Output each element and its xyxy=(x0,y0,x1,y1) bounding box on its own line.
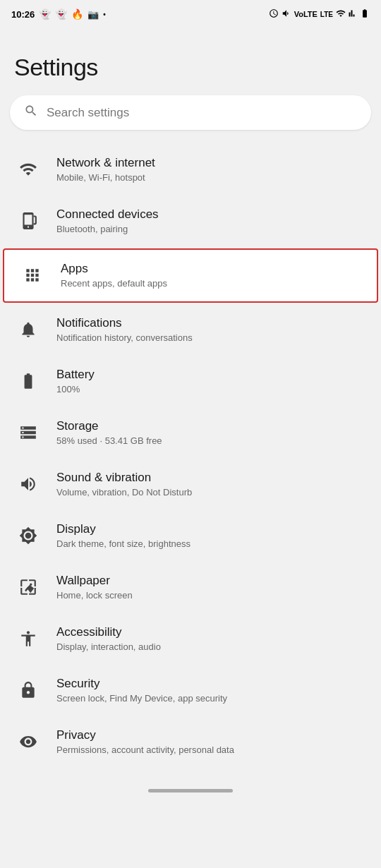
item-title-storage: Storage xyxy=(56,418,367,434)
item-title-display: Display xyxy=(56,522,367,537)
lte-icon: LTE xyxy=(320,11,333,18)
settings-item-wallpaper[interactable]: Wallpaper Home, lock screen xyxy=(0,562,381,613)
item-subtitle-apps: Recent apps, default apps xyxy=(61,278,363,290)
item-title-accessibility: Accessibility xyxy=(56,625,367,640)
bottom-bar xyxy=(0,782,381,797)
item-text-battery: Battery 100% xyxy=(56,367,367,396)
tinder-icon: 🔥 xyxy=(71,8,83,20)
settings-item-accessibility[interactable]: Accessibility Display, interaction, audi… xyxy=(0,613,381,665)
item-subtitle-notifications: Notification history, conversations xyxy=(56,332,367,344)
item-title-privacy: Privacy xyxy=(56,728,367,743)
item-title-wallpaper: Wallpaper xyxy=(56,573,367,589)
security-icon xyxy=(14,676,42,704)
item-text-storage: Storage 58% used · 53.41 GB free xyxy=(56,418,367,447)
instagram-icon: 📷 xyxy=(87,9,99,20)
wifi-icon xyxy=(336,8,346,20)
settings-item-privacy[interactable]: Privacy Permissions, account activity, p… xyxy=(0,716,381,768)
settings-item-apps[interactable]: Apps Recent apps, default apps xyxy=(3,248,378,303)
item-title-apps: Apps xyxy=(61,261,363,277)
item-title-battery: Battery xyxy=(56,367,367,382)
item-text-accessibility: Accessibility Display, interaction, audi… xyxy=(56,625,367,653)
settings-item-connected[interactable]: Connected devices Bluetooth, pairing xyxy=(0,195,381,247)
item-title-sound: Sound & vibration xyxy=(56,470,367,486)
item-title-security: Security xyxy=(56,676,367,692)
storage-icon xyxy=(14,418,42,447)
item-text-security: Security Screen lock, Find My Device, ap… xyxy=(56,676,367,705)
settings-item-notifications[interactable]: Notifications Notification history, conv… xyxy=(0,304,381,356)
item-title-connected: Connected devices xyxy=(56,207,367,222)
dot-icon: • xyxy=(103,11,106,18)
item-subtitle-privacy: Permissions, account activity, personal … xyxy=(56,745,367,757)
page-title: Settings xyxy=(14,54,367,81)
devices-icon xyxy=(14,207,42,235)
item-subtitle-security: Screen lock, Find My Device, app securit… xyxy=(56,693,367,705)
item-text-apps: Apps Recent apps, default apps xyxy=(61,261,363,290)
item-title-notifications: Notifications xyxy=(56,315,367,331)
signal-bars-icon: VoLTE xyxy=(294,10,318,18)
item-text-sound: Sound & vibration Volume, vibration, Do … xyxy=(56,470,367,499)
item-text-connected: Connected devices Bluetooth, pairing xyxy=(56,207,367,236)
item-text-privacy: Privacy Permissions, account activity, p… xyxy=(56,728,367,757)
search-icon xyxy=(24,104,38,121)
item-subtitle-accessibility: Display, interaction, audio xyxy=(56,641,367,653)
bottom-pill xyxy=(148,789,233,792)
status-bar: 10:26 👻 👻 🔥 📷 • VoLTE LTE xyxy=(0,0,381,25)
item-text-notifications: Notifications Notification history, conv… xyxy=(56,315,367,344)
search-bar[interactable]: Search settings xyxy=(10,95,371,130)
settings-item-battery[interactable]: Battery 100% xyxy=(0,356,381,407)
battery-icon xyxy=(14,367,42,395)
item-subtitle-network: Mobile, Wi-Fi, hotspot xyxy=(56,172,367,184)
apps-icon xyxy=(18,261,47,289)
search-input-placeholder[interactable]: Search settings xyxy=(47,106,129,120)
settings-item-security[interactable]: Security Screen lock, Find My Device, ap… xyxy=(0,665,381,716)
privacy-icon xyxy=(14,728,42,756)
volume-icon xyxy=(282,8,291,20)
wifi-icon xyxy=(14,155,42,183)
bell-icon xyxy=(14,315,42,344)
accessibility-icon xyxy=(14,625,42,653)
settings-item-storage[interactable]: Storage 58% used · 53.41 GB free xyxy=(0,407,381,459)
item-subtitle-display: Dark theme, font size, brightness xyxy=(56,538,367,550)
item-subtitle-connected: Bluetooth, pairing xyxy=(56,224,367,236)
header: Settings xyxy=(0,25,381,95)
settings-item-network[interactable]: Network & internet Mobile, Wi-Fi, hotspo… xyxy=(0,144,381,195)
snapchat-icon: 👻 xyxy=(39,8,51,20)
snapchat2-icon: 👻 xyxy=(55,8,67,20)
item-text-wallpaper: Wallpaper Home, lock screen xyxy=(56,573,367,602)
signal-icon xyxy=(349,8,357,20)
item-subtitle-wallpaper: Home, lock screen xyxy=(56,590,367,602)
item-title-network: Network & internet xyxy=(56,155,367,171)
settings-item-sound[interactable]: Sound & vibration Volume, vibration, Do … xyxy=(0,459,381,510)
item-subtitle-sound: Volume, vibration, Do Not Disturb xyxy=(56,487,367,499)
sound-icon xyxy=(14,470,42,498)
battery-icon xyxy=(360,8,370,20)
status-time: 10:26 xyxy=(11,9,35,20)
item-text-display: Display Dark theme, font size, brightnes… xyxy=(56,522,367,550)
item-subtitle-storage: 58% used · 53.41 GB free xyxy=(56,435,367,447)
settings-item-display[interactable]: Display Dark theme, font size, brightnes… xyxy=(0,510,381,562)
search-container[interactable]: Search settings xyxy=(0,95,381,144)
item-subtitle-battery: 100% xyxy=(56,384,367,396)
status-right: VoLTE LTE xyxy=(269,8,370,20)
settings-list: Network & internet Mobile, Wi-Fi, hotspo… xyxy=(0,144,381,782)
display-icon xyxy=(14,522,42,550)
status-left: 10:26 👻 👻 🔥 📷 • xyxy=(11,8,106,20)
item-text-network: Network & internet Mobile, Wi-Fi, hotspo… xyxy=(56,155,367,184)
wallpaper-icon xyxy=(14,573,42,601)
alarm-icon xyxy=(269,8,279,20)
